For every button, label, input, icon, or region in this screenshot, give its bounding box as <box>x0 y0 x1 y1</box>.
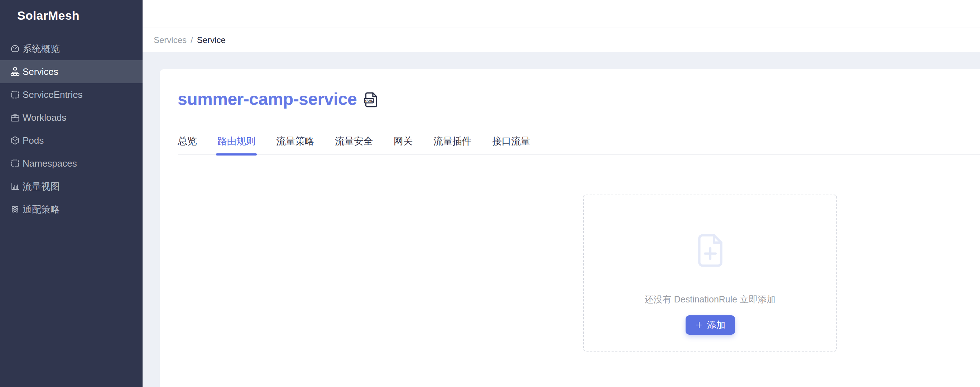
sidebar-item-label: 系统概览 <box>22 43 60 55</box>
top-bar <box>143 0 980 28</box>
tab[interactable]: 接口流量 <box>492 135 530 154</box>
atom-icon <box>10 204 21 215</box>
sidebar-item-label: Namespaces <box>22 158 77 169</box>
cube-icon <box>10 135 21 146</box>
plus-icon <box>695 321 703 329</box>
sidebar-item[interactable]: 通配策略 <box>0 198 143 221</box>
sidebar-item-label: Workloads <box>22 112 66 123</box>
file-plus-icon <box>691 231 730 271</box>
sidebar-item-label: Services <box>22 66 58 77</box>
app-window: SolarMesh 系统概览 Services ServiceEntries <box>0 0 980 387</box>
service-title-row: summer-camp-service YAML <box>178 89 980 109</box>
add-button-label: 添加 <box>707 319 726 331</box>
tab[interactable]: 网关 <box>394 135 413 154</box>
breadcrumb: Services / Service <box>143 28 980 52</box>
sitemap-icon <box>10 66 21 77</box>
sidebar: SolarMesh 系统概览 Services ServiceEntries <box>0 0 143 387</box>
briefcase-icon <box>10 112 21 123</box>
breadcrumb-parent[interactable]: Services <box>154 35 187 45</box>
sidebar-item[interactable]: 流量视图 <box>0 175 143 198</box>
add-destination-rule-button[interactable]: 添加 <box>686 315 735 335</box>
breadcrumb-separator: / <box>191 35 193 45</box>
sidebar-item[interactable]: Workloads <box>0 106 143 129</box>
bar-chart-icon <box>10 181 21 192</box>
dashed-square-icon <box>10 89 21 100</box>
sidebar-menu: 系统概览 Services ServiceEntries Workloads <box>0 37 143 221</box>
sidebar-item-label: Pods <box>22 135 44 146</box>
sidebar-item[interactable]: ServiceEntries <box>0 83 143 106</box>
gauge-icon <box>10 43 21 54</box>
main-area: Services / Service summer-camp-service Y… <box>143 0 980 387</box>
sidebar-item[interactable]: 系统概览 <box>0 37 143 60</box>
sidebar-item[interactable]: Services <box>0 60 143 83</box>
app-logo: SolarMesh <box>0 0 143 29</box>
svg-text:YAML: YAML <box>365 99 373 103</box>
sidebar-item-label: 通配策略 <box>22 203 60 216</box>
breadcrumb-current: Service <box>197 35 226 45</box>
tab[interactable]: 流量安全 <box>335 135 373 154</box>
tab[interactable]: 路由规则 <box>218 135 255 154</box>
service-tabs: 总览 路由规则 流量策略 流量安全 网关 流量插件 接口流量 <box>178 135 980 155</box>
tab[interactable]: 流量策略 <box>276 135 314 154</box>
sidebar-item-label: ServiceEntries <box>22 89 83 100</box>
tab[interactable]: 总览 <box>178 135 197 154</box>
sidebar-item[interactable]: Namespaces <box>0 152 143 175</box>
service-detail-card: summer-camp-service YAML 总览 <box>160 69 980 387</box>
empty-state-message: 还没有 DestinationRule 立即添加 <box>645 293 775 305</box>
page-title: summer-camp-service <box>178 89 357 109</box>
sidebar-item-label: 流量视图 <box>22 180 60 193</box>
sidebar-item[interactable]: Pods <box>0 129 143 152</box>
content-area: summer-camp-service YAML 总览 <box>143 52 980 387</box>
dashed-square-icon <box>10 158 21 169</box>
tab[interactable]: 流量插件 <box>433 135 471 154</box>
yaml-file-icon[interactable]: YAML <box>364 91 378 108</box>
destination-rule-empty-state: 还没有 DestinationRule 立即添加 添加 <box>583 194 837 352</box>
